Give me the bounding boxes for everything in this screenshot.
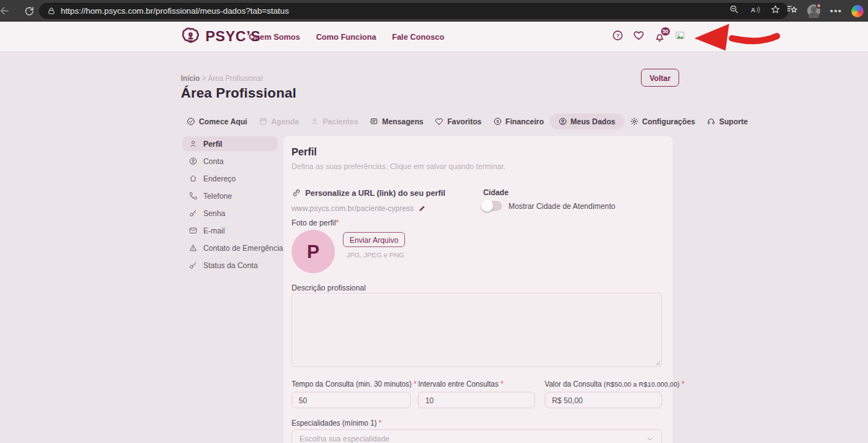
site-header: PSYC’S Quem Somos Como Funciona Fale Con… [0, 22, 868, 52]
browser-toolbar: https://hom.psycs.com.br/profissional/me… [0, 0, 868, 22]
browser-back-button[interactable] [0, 1, 14, 20]
upload-file-button[interactable]: Enviar Arquivo [343, 232, 405, 247]
tab-agenda[interactable]: Agenda [253, 113, 305, 129]
show-city-toggle-label: Mostrar Cidade de Atendimento [509, 202, 616, 210]
phone-icon [189, 192, 197, 200]
notification-badge: 50 [660, 27, 671, 36]
tab-configuracoes[interactable]: Configurações [624, 113, 702, 129]
description-label: Descrição profissional [292, 283, 366, 292]
sidebar-item-status-conta[interactable]: Status da Conta [182, 258, 278, 272]
copilot-icon[interactable] [851, 5, 864, 17]
main-nav: Quem Somos Como Funciona Fale Conosco [249, 33, 444, 41]
alert-triangle-icon [189, 244, 197, 252]
upload-hint: JPG, JPEG e PNG [346, 251, 404, 259]
show-city-toggle[interactable] [482, 201, 502, 211]
profile-panel: Perfil Defina as suas preferências. Cliq… [284, 136, 673, 443]
tab-mensagens[interactable]: Mensagens [364, 113, 429, 129]
specialties-label: Especialidades (mínimo 1) * [292, 419, 382, 427]
interval-input[interactable] [418, 392, 535, 408]
home-icon [189, 174, 197, 183]
consultation-time-field: Tempo da Consulta (min. 30 minutos) * [292, 380, 411, 408]
refresh-icon [24, 6, 35, 17]
settings-sidenav: Perfil Conta Endereço Telefone Senha E-m… [182, 137, 278, 272]
price-field: Valor da Consulta (R$50,00 a R$10.000,00… [545, 380, 662, 408]
avatar-body-shape [809, 12, 819, 18]
tab-financeiro[interactable]: $ Financeiro [488, 113, 550, 129]
voltar-button[interactable]: Voltar [641, 69, 679, 87]
toggle-knob [481, 199, 493, 212]
section-tabs: Comece Aqui Agenda Pacientes Mensagens F… [181, 112, 680, 131]
check-circle-icon [187, 117, 195, 126]
sidebar-item-telefone[interactable]: Telefone [182, 189, 278, 203]
nav-como-funciona[interactable]: Como Funciona [316, 33, 376, 41]
tab-comece-aqui[interactable]: Comece Aqui [181, 113, 253, 129]
sidebar-item-email[interactable]: E-mail [182, 223, 278, 238]
photo-label: Foto de perfil* [292, 218, 339, 227]
specialties-placeholder: Escolha sua especialidade [299, 434, 389, 443]
interval-field: Intervalo entre Consultas * [418, 380, 535, 408]
person-circle-icon [189, 157, 197, 165]
person-icon [310, 117, 319, 126]
browser-refresh-button[interactable] [20, 1, 38, 20]
favorites-heart-icon[interactable] [633, 30, 644, 44]
sidebar-item-conta[interactable]: Conta [182, 154, 278, 168]
person-icon [189, 139, 197, 148]
svg-text:?: ? [616, 33, 620, 39]
dollar-circle-icon: $ [493, 117, 502, 126]
profile-notification-dot [816, 3, 822, 9]
breadcrumb: Início > Área Profissional [181, 74, 263, 82]
city-label: Cidade [483, 188, 509, 197]
breadcrumb-home[interactable]: Início [181, 74, 200, 82]
sidebar-item-endereco[interactable]: Endereço [182, 171, 278, 186]
calendar-icon [259, 117, 268, 126]
broken-image-icon[interactable] [675, 30, 685, 43]
price-input[interactable] [545, 392, 662, 408]
read-aloud-icon[interactable]: A [749, 4, 760, 18]
page-title: Área Profissional [181, 85, 297, 101]
edit-pencil-icon[interactable] [418, 205, 426, 212]
specialties-select[interactable]: Escolha sua especialidade [292, 429, 662, 443]
notifications-bell-icon[interactable]: 50 [654, 31, 665, 43]
consultation-time-input[interactable] [292, 392, 411, 408]
sidebar-item-contato-emergencia[interactable]: Contato de Emergência [182, 241, 278, 255]
headset-icon [707, 117, 715, 126]
interval-label: Intervalo entre Consultas * [418, 380, 535, 388]
tab-pacientes[interactable]: Pacientes [305, 113, 364, 129]
required-asterisk: * [336, 218, 339, 227]
nav-fale-conosco[interactable]: Fale Conosco [392, 33, 444, 41]
panel-subtitle: Defina as suas preferências. Clique em s… [292, 162, 506, 171]
tab-meus-dados[interactable]: Meus Dados [550, 113, 624, 129]
key-icon [189, 209, 197, 218]
description-textarea[interactable] [292, 293, 662, 367]
tab-suporte[interactable]: Suporte [701, 113, 754, 129]
collections-icon[interactable] [786, 4, 798, 18]
sidebar-item-senha[interactable]: Senha [182, 206, 278, 220]
heart-icon [435, 117, 443, 126]
tab-favoritos[interactable]: Favoritos [429, 113, 487, 129]
url-text: https://hom.psycs.com.br/profissional/me… [61, 7, 723, 15]
screenshot-root: https://hom.psycs.com.br/profissional/me… [0, 0, 868, 443]
lock-icon [47, 7, 56, 15]
psycs-brain-logo-icon [181, 27, 200, 46]
browser-menu-icon[interactable]: ••• [830, 6, 842, 17]
chevron-down-icon [646, 435, 654, 443]
resize-grip-icon[interactable] [654, 359, 660, 366]
svg-text:$: $ [496, 119, 498, 124]
profile-url-label: Personalize a URL (link) do seu perfil [292, 188, 446, 197]
nav-quem-somos[interactable]: Quem Somos [249, 33, 300, 41]
panel-heading: Perfil [292, 146, 317, 158]
breadcrumb-current: Área Profissional [208, 74, 263, 82]
svg-text:A: A [751, 6, 756, 13]
zoom-out-icon[interactable] [729, 4, 739, 17]
help-icon[interactable]: ? [612, 30, 624, 44]
price-label: Valor da Consulta (R$50,00 a R$10.000,00… [545, 380, 662, 388]
profile-url-value: www.psycs.com.br/paciente-cypress [292, 204, 426, 212]
sidebar-item-perfil[interactable]: Perfil [182, 137, 278, 151]
back-arrow-icon [0, 5, 10, 17]
address-bar[interactable]: https://hom.psycs.com.br/profissional/me… [39, 3, 788, 19]
envelope-icon [189, 226, 197, 235]
browser-profile-avatar[interactable] [807, 4, 820, 17]
message-icon [370, 117, 378, 126]
breadcrumb-separator: > [202, 74, 206, 82]
favorite-star-icon[interactable] [770, 4, 780, 17]
